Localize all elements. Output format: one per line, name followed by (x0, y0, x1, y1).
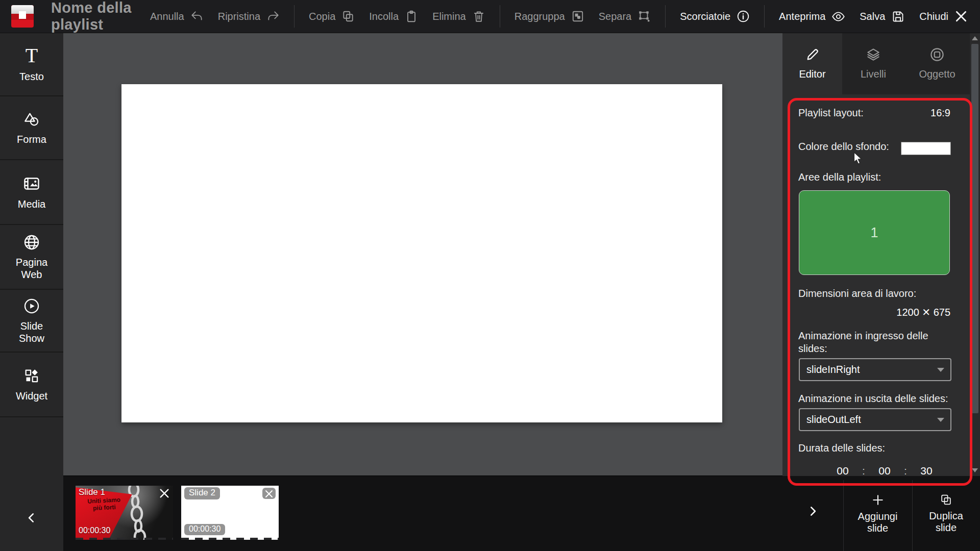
scrollbar-thumb[interactable] (971, 44, 978, 413)
slide-out-animation-select[interactable]: slideOutLeft (799, 408, 951, 431)
playlist-area-label: Aree della playlist: (798, 171, 881, 183)
scroll-up-icon[interactable] (972, 36, 978, 40)
sidebar-item-label: Slide Show (6, 320, 57, 344)
duration-hours-input[interactable]: 00 (831, 466, 854, 476)
delete-button[interactable]: Elimina (432, 10, 485, 23)
slides-scroll-left-button[interactable] (0, 511, 63, 524)
slide-thumbnail-1[interactable]: Uniti siamo più forti Slide 1 00:00:30 (76, 486, 173, 540)
toolbar: Annulla Ripristina Copia Incolla Elimina (150, 5, 980, 28)
redo-icon (266, 10, 280, 23)
slide-duration-label: Durata delle slides: (798, 442, 885, 454)
workspace-size-value: 1200 ✕ 675 (798, 306, 950, 318)
info-icon (737, 10, 750, 23)
properties-panel: Editor Livelli Oggetto Playlist layout: … (782, 33, 980, 476)
panel-properties: Playlist layout: 16:9 Colore dello sfond… (798, 33, 950, 476)
sidebar-item-media[interactable]: Media (0, 160, 63, 225)
caret-down-icon (937, 368, 944, 372)
paste-icon (405, 10, 418, 23)
group-icon (571, 10, 584, 23)
playlist-layout-value: 16:9 (930, 107, 950, 119)
copy-icon (341, 10, 355, 23)
close-button[interactable]: Chiudi (919, 10, 968, 23)
plus-icon (871, 493, 885, 507)
delete-label: Elimina (432, 11, 466, 22)
slide1-caption: Uniti siamo più forti (76, 495, 132, 513)
preview-button[interactable]: Anteprima (779, 10, 845, 23)
group-button[interactable]: Raggruppa (514, 10, 584, 23)
play-circle-icon (23, 297, 40, 315)
slides-scroll-right-button[interactable] (806, 505, 819, 518)
playlist-title: Nome della playlist (51, 0, 150, 33)
sidebar-item-testo[interactable]: T Testo (0, 33, 63, 96)
slide-out-animation-value: slideOutLeft (806, 414, 861, 425)
undo-label: Annulla (150, 11, 184, 22)
sidebar-item-pagina-web[interactable]: Pagina Web (0, 225, 63, 290)
sidebar-item-widget[interactable]: Widget (0, 353, 63, 417)
background-color-swatch[interactable] (901, 142, 951, 155)
ungroup-icon (638, 10, 651, 23)
group-label: Raggruppa (514, 11, 565, 22)
duplicate-slide-button[interactable]: Duplica slide (912, 476, 980, 551)
close-label: Chiudi (919, 11, 948, 22)
add-slide-label: Aggiungi slide (850, 511, 906, 534)
slide-duration-inputs: 00 : 00 : 30 (798, 466, 950, 476)
editor-workspace (63, 33, 782, 476)
copy-label: Copia (309, 11, 335, 22)
add-slide-button[interactable]: Aggiungi slide (843, 476, 912, 551)
playlist-area-zone[interactable]: 1 (799, 190, 950, 275)
sidebar-item-slide-show[interactable]: Slide Show (0, 290, 63, 353)
shape-icon (23, 111, 40, 128)
delete-slide-button[interactable] (159, 488, 170, 499)
ungroup-button[interactable]: Separa (599, 10, 651, 23)
redo-button[interactable]: Ripristina (218, 10, 280, 23)
sidebar-item-label: Forma (6, 133, 57, 145)
paste-button[interactable]: Incolla (369, 10, 418, 23)
undo-button[interactable]: Annulla (150, 10, 204, 23)
slide-thumbnail-2[interactable]: Slide 2 00:00:30 (181, 486, 279, 540)
widget-icon (23, 367, 40, 385)
top-bar: Nome della playlist Annulla Ripristina C… (0, 0, 980, 33)
tools-sidebar: T Testo Forma Media Pagina Web Slide Sho… (0, 33, 63, 551)
playlist-editor-app: Nome della playlist Annulla Ripristina C… (0, 0, 980, 551)
sidebar-item-label: Widget (6, 390, 57, 402)
eye-icon (831, 10, 845, 23)
background-color-label: Colore dello sfondo: (798, 141, 889, 153)
preview-label: Anteprima (779, 11, 825, 22)
app-logo (11, 5, 34, 28)
slide-duration-badge: 00:00:30 (184, 524, 225, 535)
slide-duration-badge: 00:00:30 (79, 526, 110, 535)
toolbar-separator (500, 5, 500, 28)
zone-number: 1 (870, 225, 878, 241)
toolbar-separator (764, 5, 765, 28)
text-icon: T (26, 46, 38, 65)
paste-label: Incolla (369, 11, 399, 22)
slide-in-animation-label: Animazione in ingresso delle slides: (798, 330, 944, 355)
toolbar-separator (665, 5, 666, 28)
playlist-layout-label: Playlist layout: (798, 107, 864, 119)
delete-slide-button[interactable] (262, 488, 276, 499)
scroll-down-icon[interactable] (972, 468, 978, 472)
caret-down-icon (937, 418, 944, 422)
duration-minutes-input[interactable]: 00 (873, 466, 896, 476)
logo-shape (19, 11, 26, 19)
duration-separator: : (896, 466, 915, 476)
slide-in-animation-select[interactable]: slideInRight (799, 358, 951, 381)
panel-scrollbar[interactable] (970, 33, 980, 476)
duplicate-icon (940, 493, 952, 506)
duration-seconds-input[interactable]: 30 (915, 466, 938, 476)
shortcuts-button[interactable]: Scorciatoie (680, 10, 750, 23)
workspace-size-label: Dimensioni area di lavoro: (798, 288, 916, 299)
save-button[interactable]: Salva (860, 10, 905, 23)
redo-label: Ripristina (218, 11, 260, 22)
copy-button[interactable]: Copia (309, 10, 355, 23)
save-label: Salva (860, 11, 885, 22)
slide-canvas[interactable] (121, 84, 722, 422)
sidebar-item-label: Media (6, 198, 57, 210)
slide-in-animation-value: slideInRight (806, 364, 860, 375)
sidebar-item-label: Testo (6, 70, 57, 83)
sidebar-item-forma[interactable]: Forma (0, 96, 63, 160)
shortcuts-label: Scorciatoie (680, 11, 730, 22)
duration-separator: : (854, 466, 873, 476)
chevron-right-icon (806, 505, 819, 518)
slides-strip: Uniti siamo più forti Slide 1 00:00:30 S… (63, 475, 980, 551)
